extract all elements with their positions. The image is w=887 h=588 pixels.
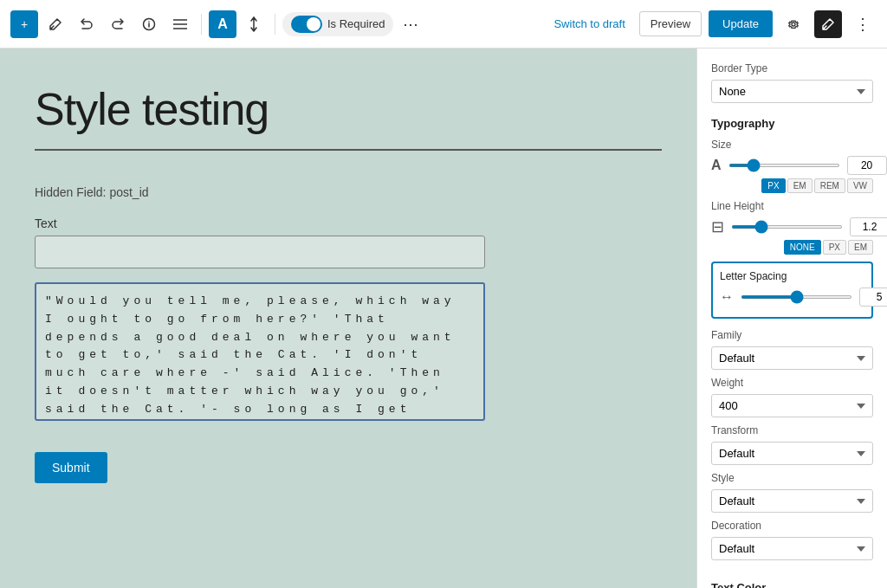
border-type-select[interactable]: None Solid Dashed Dotted — [711, 80, 873, 103]
style-select[interactable]: Default NormalItalicOblique — [711, 489, 873, 513]
toggle-label: Is Required — [327, 17, 385, 30]
textarea-field[interactable]: "Would you tell me, please, which way I … — [35, 282, 485, 421]
preview-button[interactable]: Preview — [639, 11, 702, 36]
family-label: Family — [711, 329, 873, 341]
divider2 — [275, 14, 275, 35]
line-height-slider[interactable] — [731, 225, 843, 229]
size-unit-rem[interactable]: REM — [814, 178, 845, 193]
size-slider-row: A 20 — [711, 156, 873, 175]
letter-spacing-value-input[interactable]: 5 — [859, 288, 887, 307]
border-type-section: Border Type None Solid Dashed Dotted — [711, 62, 873, 103]
line-height-unit-px[interactable]: PX — [823, 240, 846, 255]
right-panel: Border Type None Solid Dashed Dotted Typ… — [696, 48, 887, 588]
hidden-field-label: Hidden Field: post_id — [35, 185, 662, 199]
letter-spacing-slider-row: ↔ 5 — [720, 288, 864, 307]
kebab-menu-button[interactable]: ⋮ — [849, 10, 877, 38]
arrows-button[interactable] — [240, 10, 268, 38]
text-input[interactable] — [35, 236, 485, 268]
more-options-button[interactable]: ⋯ — [397, 10, 424, 38]
list-button[interactable] — [166, 10, 194, 38]
weight-select[interactable]: 400 100200300 500600700800900 — [711, 394, 873, 417]
line-height-unit-none[interactable]: NONE — [784, 240, 821, 255]
letter-spacing-icon: ↔ — [720, 289, 734, 305]
toolbar-right: Switch to draft Preview Update ⋮ — [547, 10, 877, 38]
text-tool-button[interactable]: A — [209, 10, 236, 38]
size-unit-px[interactable]: PX — [761, 178, 785, 193]
settings-button[interactable] — [780, 10, 807, 38]
undo-button[interactable] — [73, 10, 100, 38]
size-icon: A — [711, 158, 722, 173]
toolbar: + A Is Required ⋯ Switch to dra — [0, 0, 887, 48]
canvas-area: Style testing Hidden Field: post_id Text… — [0, 48, 696, 588]
size-value-input[interactable]: 20 — [847, 156, 887, 175]
text-field-section: Text — [35, 216, 662, 268]
weight-label: Weight — [711, 377, 873, 389]
textarea-section: "Would you tell me, please, which way I … — [35, 282, 662, 424]
main-area: Style testing Hidden Field: post_id Text… — [0, 48, 887, 588]
toolbar-left: + A Is Required ⋯ — [10, 10, 424, 38]
separator — [35, 149, 662, 151]
family-select[interactable]: Default Arial Helvetica Georgia — [711, 346, 873, 370]
size-unit-vw[interactable]: VW — [847, 178, 873, 193]
transform-select[interactable]: Default UppercaseLowercaseCapitalize — [711, 442, 873, 465]
decoration-select[interactable]: Default UnderlineOverlineLine-through — [711, 537, 873, 560]
decoration-label: Decoration — [711, 520, 873, 532]
letter-spacing-slider[interactable] — [741, 295, 852, 299]
update-button[interactable]: Update — [709, 10, 773, 37]
size-unit-group: PX EM REM VW — [711, 178, 873, 193]
text-color-section: Text Color — [711, 581, 873, 588]
toggle-track[interactable] — [291, 16, 322, 33]
divider — [201, 14, 202, 35]
line-height-icon: ⊟ — [711, 217, 724, 236]
pencil-button[interactable] — [814, 10, 842, 38]
size-label: Size — [711, 139, 873, 151]
transform-label: Transform — [711, 424, 873, 436]
line-height-slider-row: ⊟ 1.2 — [711, 217, 873, 236]
edit-button[interactable] — [42, 10, 69, 38]
page-title: Style testing — [35, 83, 662, 135]
letter-spacing-box: Letter Spacing ↔ 5 — [711, 262, 873, 319]
style-label: Style — [711, 472, 873, 484]
toggle-thumb — [307, 17, 320, 31]
svg-point-2 — [148, 21, 150, 23]
line-height-unit-em[interactable]: EM — [848, 240, 873, 255]
text-color-title: Text Color — [711, 581, 873, 588]
size-slider[interactable] — [728, 164, 840, 167]
text-field-label: Text — [35, 216, 662, 230]
line-height-label: Line Height — [711, 200, 873, 212]
line-height-unit-group: NONE PX EM — [711, 240, 873, 255]
is-required-toggle[interactable]: Is Required — [282, 12, 393, 36]
redo-button[interactable] — [104, 10, 132, 38]
switch-draft-button[interactable]: Switch to draft — [547, 12, 631, 36]
typography-title: Typography — [711, 117, 873, 130]
add-button[interactable]: + — [10, 10, 38, 38]
info-button[interactable] — [135, 10, 163, 38]
letter-spacing-label: Letter Spacing — [720, 270, 864, 282]
border-type-label: Border Type — [711, 62, 873, 74]
submit-button[interactable]: Submit — [35, 452, 107, 483]
typography-section: Typography Size A 20 PX EM REM VW Line H… — [711, 117, 873, 567]
size-unit-em[interactable]: EM — [787, 178, 813, 193]
line-height-value-input[interactable]: 1.2 — [850, 217, 887, 236]
